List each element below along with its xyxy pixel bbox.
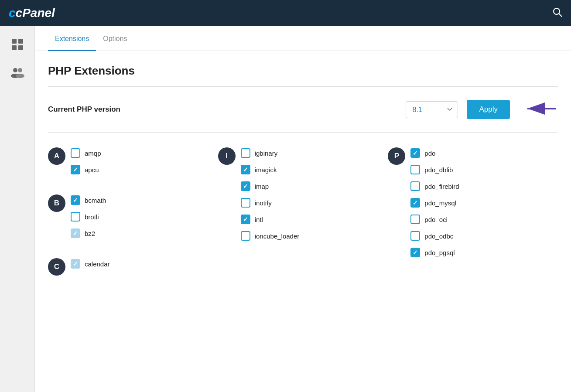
php-version-select[interactable]: 8.1 8.2 8.0 7.4 7.3 7.2 7.1 7.0 5.6 — [406, 101, 458, 118]
svg-line-1 — [559, 14, 562, 17]
ext-name-imagick: imagick — [255, 166, 277, 174]
brand-panel: cPanel — [16, 6, 55, 20]
users-icon[interactable] — [8, 63, 27, 82]
ext-name-ioncube-loader: ioncube_loader — [255, 232, 300, 240]
ext-name-imap: imap — [255, 183, 269, 190]
group-a-items: amqp ✓ apcu — [71, 146, 101, 177]
checkbox-igbinary[interactable] — [241, 148, 250, 158]
group-i-items: igbinary ✓ imagick ✓ imap — [241, 146, 300, 243]
group-i: I igbinary ✓ imagick ✓ — [218, 146, 388, 252]
grid-icon[interactable] — [8, 35, 27, 54]
group-p-header: P ✓ pdo pdo_dblib — [388, 146, 554, 260]
checkbox-pdo[interactable]: ✓ — [410, 148, 420, 158]
list-item: ✓ bcmath — [71, 193, 106, 208]
svg-rect-2 — [12, 39, 17, 44]
checkbox-intl[interactable]: ✓ — [241, 215, 250, 224]
group-c-items: ✓ calendar — [71, 256, 110, 271]
tabs-bar: Extensions Options — [35, 26, 571, 51]
ext-name-brotli: brotli — [85, 213, 99, 221]
ext-name-pdo-odbc: pdo_odbc — [424, 232, 453, 240]
list-item: brotli — [71, 209, 106, 224]
checkbox-pdo-pgsql[interactable]: ✓ — [410, 248, 420, 257]
tab-extensions[interactable]: Extensions — [48, 26, 96, 51]
column-3: P ✓ pdo pdo_dblib — [388, 146, 558, 284]
list-item: ✓ imap — [241, 179, 300, 194]
ext-name-pdo-dblib: pdo_dblib — [424, 166, 453, 174]
group-p: P ✓ pdo pdo_dblib — [388, 146, 558, 269]
ext-name-bcmath: bcmath — [85, 197, 106, 204]
ext-name-igbinary: igbinary — [255, 150, 278, 157]
extensions-grid: A amqp ✓ apcu — [35, 133, 571, 293]
ext-name-pdo-mysql: pdo_mysql — [424, 199, 456, 207]
page-title-section: PHP Extensions — [35, 51, 571, 86]
main-layout: Extensions Options PHP Extensions Curren… — [0, 26, 571, 392]
checkbox-pdo-mysql[interactable]: ✓ — [410, 198, 420, 208]
list-item: pdo_odbc — [410, 228, 459, 243]
brand-c: c — [9, 6, 16, 20]
arrow-annotation — [523, 100, 558, 119]
list-item: pdo_firebird — [410, 179, 459, 194]
group-a: A amqp ✓ apcu — [48, 146, 218, 186]
search-icon[interactable] — [553, 7, 562, 19]
list-item: ✓ bz2 — [71, 226, 106, 241]
checkbox-pdo-oci[interactable] — [410, 215, 420, 224]
checkbox-imagick[interactable]: ✓ — [241, 165, 250, 174]
brand-logo: ccPanel — [9, 6, 55, 20]
ext-name-pdo-oci: pdo_oci — [424, 216, 448, 223]
checkbox-pdo-dblib[interactable] — [410, 165, 420, 174]
navbar: ccPanel — [0, 0, 571, 26]
group-i-header: I igbinary ✓ imagick ✓ — [218, 146, 384, 243]
checkbox-ioncube-loader[interactable] — [241, 231, 250, 241]
php-version-row: Current PHP version 8.1 8.2 8.0 7.4 7.3 … — [35, 87, 571, 132]
list-item: ✓ pdo_mysql — [410, 195, 459, 210]
group-b-items: ✓ bcmath brotli ✓ bz2 — [71, 193, 106, 241]
ext-name-inotify: inotify — [255, 199, 272, 207]
column-1: A amqp ✓ apcu — [48, 146, 218, 284]
list-item: ✓ apcu — [71, 162, 101, 177]
list-item: ✓ calendar — [71, 256, 110, 271]
list-item: pdo_oci — [410, 212, 459, 227]
svg-rect-5 — [18, 45, 23, 50]
group-a-letter: A — [48, 147, 65, 165]
checkbox-pdo-firebird[interactable] — [410, 181, 420, 191]
list-item: inotify — [241, 195, 300, 210]
group-a-header: A amqp ✓ apcu — [48, 146, 214, 177]
list-item: ioncube_loader — [241, 228, 300, 243]
group-c-letter: C — [48, 258, 65, 276]
group-p-letter: P — [388, 147, 405, 165]
checkbox-pdo-odbc[interactable] — [410, 231, 420, 241]
checkbox-bz2[interactable]: ✓ — [71, 228, 80, 238]
apply-button[interactable]: Apply — [467, 100, 510, 119]
list-item: ✓ pdo — [410, 146, 459, 160]
ext-name-pdo-firebird: pdo_firebird — [424, 183, 459, 190]
content-area: Extensions Options PHP Extensions Curren… — [35, 26, 571, 392]
ext-name-apcu: apcu — [85, 166, 99, 174]
svg-rect-3 — [18, 39, 23, 44]
checkbox-brotli[interactable] — [71, 212, 80, 222]
ext-name-bz2: bz2 — [85, 230, 95, 237]
group-b-letter: B — [48, 194, 65, 212]
tab-options[interactable]: Options — [96, 26, 134, 51]
svg-point-9 — [16, 74, 24, 78]
list-item: amqp — [71, 146, 101, 160]
checkbox-calendar[interactable]: ✓ — [71, 259, 80, 269]
checkbox-imap[interactable]: ✓ — [241, 181, 250, 191]
group-p-items: ✓ pdo pdo_dblib pdo_firebird — [410, 146, 459, 260]
list-item: pdo_dblib — [410, 162, 459, 177]
ext-name-calendar: calendar — [85, 260, 110, 268]
ext-name-amqp: amqp — [85, 150, 101, 157]
list-item: ✓ pdo_pgsql — [410, 245, 459, 260]
ext-name-intl: intl — [255, 216, 263, 223]
checkbox-apcu[interactable]: ✓ — [71, 165, 80, 174]
group-b-header: B ✓ bcmath brotli ✓ — [48, 193, 214, 241]
column-2: I igbinary ✓ imagick ✓ — [218, 146, 388, 284]
ext-name-pdo: pdo — [424, 150, 435, 157]
php-version-label: Current PHP version — [48, 105, 135, 114]
list-item: igbinary — [241, 146, 300, 160]
checkbox-bcmath[interactable]: ✓ — [71, 195, 80, 205]
ext-name-pdo-pgsql: pdo_pgsql — [424, 249, 455, 256]
list-item: ✓ imagick — [241, 162, 300, 177]
group-b: B ✓ bcmath brotli ✓ — [48, 193, 218, 249]
checkbox-amqp[interactable] — [71, 148, 80, 158]
checkbox-inotify[interactable] — [241, 198, 250, 208]
